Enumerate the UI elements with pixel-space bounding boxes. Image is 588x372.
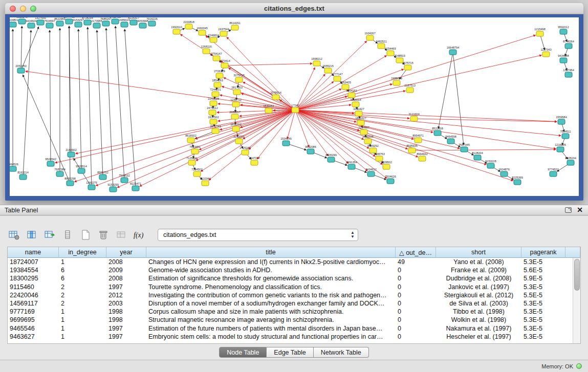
zoom-window-button[interactable] <box>30 6 36 12</box>
graph-node[interactable]: 8225399 <box>512 176 522 185</box>
graph-node[interactable]: 9434609 <box>26 19 36 28</box>
graph-node[interactable]: 9153228 <box>485 160 496 168</box>
graph-node[interactable]: 1273414 <box>219 59 230 68</box>
table-cell[interactable]: 5.3E-5 <box>521 283 565 291</box>
table-cell[interactable]: 1997 <box>106 333 146 341</box>
float-panel-icon[interactable] <box>565 207 572 213</box>
graph-node[interactable]: 7504511 <box>560 130 571 139</box>
graph-node[interactable]: 1637502 <box>208 116 219 124</box>
table-cell[interactable]: 2 <box>59 283 106 291</box>
table-cell[interactable]: 9777169 <box>8 308 59 316</box>
graph-node[interactable]: 2173955 <box>91 19 102 28</box>
table-cell[interactable]: 0 <box>396 316 436 324</box>
graph-node[interactable]: 9505514 <box>76 165 86 173</box>
table-cell[interactable]: 1998 <box>106 316 146 324</box>
graph-node[interactable]: 1689024 <box>119 18 129 27</box>
table-cell[interactable]: 9115460 <box>8 283 59 291</box>
table-cell[interactable]: Investigating the contribution of common… <box>146 291 396 299</box>
table-cell[interactable]: 0 <box>396 274 436 282</box>
graph-node[interactable]: 1061427 <box>353 107 364 116</box>
table-cell[interactable]: Genome-wide association studies in ADHD. <box>146 266 396 274</box>
graph-node[interactable]: 2491354 <box>346 161 357 169</box>
graph-node[interactable]: 8905299 <box>325 154 336 162</box>
network-canvas[interactable]: 1604801812824894346091327430750459785229… <box>10 17 579 196</box>
table-cell[interactable]: 9699695 <box>8 316 59 324</box>
column-header-short[interactable]: short <box>436 247 521 258</box>
network-graph[interactable]: 1604801812824894346091327430750459785229… <box>10 17 579 195</box>
tab-edge-table[interactable]: Edge Table <box>267 347 313 358</box>
table-row[interactable]: 1456911722003Disruption of a novel membe… <box>8 299 580 308</box>
table-cell[interactable]: Hescheler et al. (1997) <box>436 333 521 341</box>
graph-node[interactable]: 7234502 <box>191 168 202 177</box>
table-cell[interactable]: 5.3E-5 <box>521 299 565 308</box>
graph-node[interactable]: 2475512 <box>207 106 217 115</box>
table-cell[interactable]: Changes of HCN gene expression and I(f) … <box>146 258 396 266</box>
column-header-pagerank[interactable]: pagerank <box>521 247 565 258</box>
graph-node[interactable]: 7610344 <box>200 177 210 186</box>
graph-node[interactable]: 1937544 <box>218 28 229 36</box>
graph-node[interactable]: 5849292 <box>367 144 378 153</box>
table-cell[interactable]: 0 <box>396 291 436 299</box>
table-cell[interactable]: 2 <box>59 299 106 308</box>
table-cell[interactable]: de Silva et al. (2003) <box>436 299 521 308</box>
table-cell[interactable]: 5.6E-5 <box>521 266 565 274</box>
graph-node[interactable]: 1604876 <box>498 168 509 177</box>
function-builder-icon[interactable]: f(x) <box>133 228 146 242</box>
graph-node[interactable]: 8954971 <box>412 134 423 143</box>
graph-node[interactable]: 3275715 <box>233 74 244 82</box>
graph-node[interactable]: 8995752 <box>97 171 108 180</box>
graph-node[interactable]: 1934267 <box>364 32 375 40</box>
graph-node[interactable]: 9464598 <box>445 135 456 144</box>
graph-node[interactable]: 8163214 <box>17 171 28 180</box>
table-cell[interactable]: 1 <box>59 324 106 333</box>
graph-node[interactable]: 1360275 <box>86 181 97 190</box>
graph-node[interactable]: 2200818 <box>183 20 194 29</box>
table-cell[interactable]: 5.3E-5 <box>521 324 565 333</box>
graph-node[interactable]: 1534545 <box>280 137 291 146</box>
table-cell[interactable]: Jankovic et al. (1997) <box>436 283 521 291</box>
table-cell[interactable]: 1998 <box>106 308 146 316</box>
table-cell[interactable]: 5.3E-5 <box>521 333 565 341</box>
graph-node[interactable]: 8905234 <box>565 157 576 165</box>
graph-node[interactable]: 1660045 <box>197 27 207 35</box>
table-cell[interactable]: 22420046 <box>8 291 59 299</box>
table-cell[interactable]: 5.5E-5 <box>521 291 565 299</box>
graph-node[interactable]: 9506542 <box>45 158 56 166</box>
graph-node[interactable]: 1655215 <box>322 64 333 73</box>
window-titlebar[interactable]: citations_edges.txt <box>5 3 583 14</box>
table-cell[interactable]: 9465546 <box>8 324 59 333</box>
table-cell[interactable]: 2003 <box>106 299 146 308</box>
graph-node[interactable]: 8522959 <box>54 17 65 26</box>
graph-node[interactable]: 1830261 <box>263 104 274 113</box>
graph-node[interactable]: 8614291 <box>229 21 240 30</box>
graph-node[interactable]: 7504597 <box>44 19 55 28</box>
graph-node[interactable]: 7504626 <box>385 175 396 184</box>
table-cell[interactable]: 2008 <box>106 258 146 266</box>
table-cell[interactable]: 0 <box>396 283 436 291</box>
graph-node[interactable]: 7244201 <box>210 88 221 97</box>
graph-node[interactable]: 8595935 <box>406 144 417 153</box>
graph-node[interactable]: 1675715 <box>402 61 413 70</box>
graph-node[interactable]: 1558212 <box>311 57 322 66</box>
graph-node[interactable]: 8994932 <box>417 152 427 161</box>
table-cell[interactable]: Embryonic stem cells: a model to study s… <box>146 333 396 341</box>
graph-node[interactable]: 3216014 <box>350 98 361 107</box>
table-cell[interactable]: Nakamura et al. (1997) <box>436 324 521 333</box>
graph-node[interactable]: 1861627 <box>355 117 366 125</box>
table-cell[interactable]: 6 <box>59 274 106 282</box>
table-cell[interactable]: 5.3E-5 <box>521 258 565 266</box>
graph-node[interactable]: 9464526 <box>10 163 18 171</box>
graph-node[interactable]: 16648794 <box>447 46 459 55</box>
table-cell[interactable]: 1997 <box>106 324 146 333</box>
table-cell[interactable]: 0 <box>396 299 436 308</box>
graph-node[interactable]: 2706139 <box>214 70 225 78</box>
graph-node[interactable]: 8522908 <box>432 127 443 136</box>
table-cell[interactable]: Estimation of the future numbers of pati… <box>146 324 396 333</box>
table-cell[interactable]: 14569117 <box>8 299 59 308</box>
graph-node[interactable]: 2063405 <box>340 81 351 90</box>
graph-node[interactable]: 1854093 <box>212 79 223 87</box>
table-cell[interactable]: 2009 <box>106 266 146 274</box>
table-cell[interactable]: 1 <box>59 308 106 316</box>
table-cell[interactable]: 5.3E-5 <box>521 308 565 316</box>
table-cell[interactable]: Franke et al. (2009) <box>436 266 521 274</box>
